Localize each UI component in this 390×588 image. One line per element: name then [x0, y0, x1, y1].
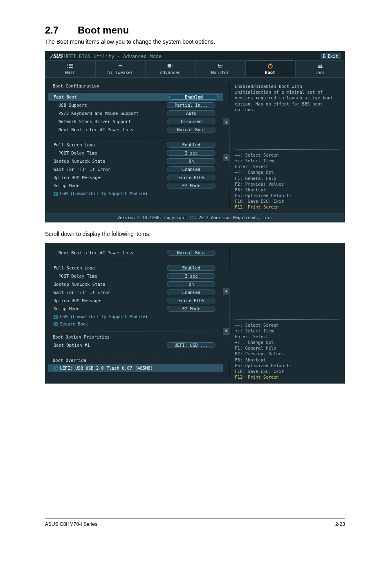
key-hint-highlight: F12: Print Screen [235, 204, 340, 210]
option-value[interactable]: 3 sec [167, 150, 215, 156]
option-label: Full Screen Logo [54, 265, 167, 270]
svg-point-0 [172, 67, 173, 67]
option-value[interactable]: Normal Boot [167, 250, 215, 256]
key-hint: F3: Shortcut [235, 357, 340, 363]
option-value[interactable]: Disabled [167, 119, 215, 124]
option-bootup-numlock-state[interactable]: Bootup NumLock StateOn [53, 157, 220, 165]
submenu-label: >UEFI: USB USB 2.0 Flash 0.07 (485MB) [54, 366, 223, 370]
option-wait-for-f1-if-error[interactable]: Wait For 'F1' If ErrorEnabled [53, 288, 220, 296]
option-value[interactable]: Enabled [167, 265, 215, 271]
divider [53, 261, 220, 261]
tab-label: Ai Tweaker [108, 70, 133, 75]
boot-priorities-heading: Boot Option Priorities [53, 334, 220, 339]
option-network-stack-driver-support[interactable]: Network Stack Driver SupportDisabled [53, 117, 220, 126]
key-hint: F3: Shortcut [235, 187, 340, 193]
option-value[interactable]: Partial In... [167, 102, 215, 108]
scroll-up-icon[interactable]: ▲ [223, 119, 229, 125]
option-post-delay-time[interactable]: POST Delay Time3 sec [53, 149, 220, 157]
key-hint: ↑↓: Select Item [235, 158, 340, 164]
divider [235, 319, 340, 320]
option-wait-for-f1-if-error[interactable]: Wait For 'F1' If ErrorEnabled [53, 165, 220, 173]
option-option-rom-messages[interactable]: Option ROM MessagesForce BIOS [53, 296, 220, 305]
section-number: 2.7 [45, 25, 78, 36]
scroll-down-icon[interactable]: ▼ [223, 328, 229, 334]
option-value[interactable]: Enabled [167, 290, 215, 295]
option-full-screen-logo[interactable]: Full Screen LogoEnabled [53, 141, 220, 149]
option-value[interactable]: Enabled [167, 166, 215, 172]
exit-label: Exit [328, 54, 338, 58]
bios-footer: Version 2.10.1208. Copyright (C) 2012 Am… [45, 213, 345, 222]
boot-override-heading: Boot Override [53, 358, 220, 363]
tab-icon [317, 63, 323, 69]
option-value[interactable]: 3 sec [167, 273, 215, 279]
help-panel: →←: Select Screen↑↓: Select ItemEnter: S… [230, 243, 345, 384]
tab-main[interactable]: Main [45, 61, 95, 77]
option-label: Full Screen Logo [54, 142, 167, 147]
exit-button[interactable]: Exit [321, 53, 341, 59]
key-hint: F5: Optimized Defaults [235, 363, 340, 368]
tab-label: Tool [315, 70, 325, 75]
option-bootup-numlock-state[interactable]: Bootup NumLock StateOn [53, 280, 220, 288]
key-hints: →←: Select Screen↑↓: Select ItemEnter: S… [235, 152, 340, 210]
option-next-boot-after-ac-power-loss[interactable]: Next Boot after AC Power LossNormal Boot [53, 249, 220, 257]
option-label: POST Delay Time [58, 274, 167, 278]
tab-icon [117, 63, 123, 69]
key-hint: +/-: Change Opt. [235, 339, 340, 345]
option-label: Next Boot after AC Power Loss [58, 127, 167, 132]
option-value[interactable]: EZ Mode [167, 183, 215, 189]
option-label: Wait For 'F1' If Error [54, 167, 167, 172]
option-usb-support[interactable]: USB SupportPartial In... [53, 101, 220, 109]
settings-list: Next Boot after AC Power LossNormal Boot… [45, 243, 223, 384]
divider [53, 332, 220, 332]
option-option-rom-messages[interactable]: Option ROM MessagesForce BIOS [53, 173, 220, 182]
tab-label: Main [65, 70, 75, 75]
key-hint-highlight: F12: Print Screen [235, 374, 340, 380]
option-value[interactable]: Force BIOS [167, 175, 215, 180]
svg-rect-2 [270, 63, 271, 66]
option-setup-mode[interactable]: Setup ModeEZ Mode [53, 305, 220, 313]
option-value[interactable]: On [167, 281, 215, 287]
option-setup-mode[interactable]: Setup ModeEZ Mode [53, 182, 220, 190]
submenu-arrow-icon: > [54, 192, 58, 196]
footer-right: 2-23 [335, 521, 345, 527]
submenu-csm-compatibility-support-module[interactable]: >CSM (Compatibility Support Module) [53, 190, 220, 197]
option-label: Bootup NumLock State [54, 282, 167, 287]
tab-monitor[interactable]: Monitor [195, 61, 245, 77]
tab-tool[interactable]: Tool [295, 61, 345, 77]
tab-icon [217, 63, 224, 69]
option-post-delay-time[interactable]: POST Delay Time3 sec [53, 272, 220, 280]
option-value[interactable]: Normal Boot [167, 127, 215, 132]
option-next-boot-after-ac-power-loss[interactable]: Next Boot after AC Power LossNormal Boot [53, 126, 220, 134]
option-label: Bootup NumLock State [54, 159, 167, 164]
option-boot-option-1[interactable]: Boot Option #1UEFI: USB ... [53, 341, 220, 349]
key-hint: Enter: Select [235, 334, 340, 339]
key-hint: →←: Select Screen [235, 322, 340, 328]
scroll-up-icon[interactable]: ▲ [223, 288, 229, 294]
divider [53, 355, 220, 355]
submenu-secure-boot[interactable]: >Secure Boot [53, 320, 220, 328]
divider [53, 138, 220, 138]
option-full-screen-logo[interactable]: Full Screen LogoEnabled [53, 264, 220, 272]
option-value[interactable]: Enabled [167, 142, 215, 148]
page-footer: ASUS C8HM70-I Series 2-23 [45, 518, 345, 527]
option-value[interactable]: EZ Mode [167, 306, 215, 312]
option-fast-boot[interactable]: Fast BootEnabled [48, 93, 223, 101]
tab-label: Boot [265, 70, 275, 75]
submenu-csm-compatibility-support-module[interactable]: >CSM (Compatibility Support Module) [53, 313, 220, 320]
tab-advanced[interactable]: Advanced [145, 61, 195, 77]
settings-list: Boot Configuration Fast BootEnabledUSB S… [45, 78, 223, 213]
option-label: PS/2 Keyboard and Mouse Support [58, 111, 167, 116]
tab-ai-tweaker[interactable]: Ai Tweaker [95, 61, 145, 77]
tab-label: Advanced [160, 70, 181, 75]
option-value[interactable]: Force BIOS [167, 298, 215, 303]
key-hint: F10: Save ESC: Exit [235, 368, 340, 374]
option-value[interactable]: Auto [167, 110, 215, 116]
scroll-down-icon[interactable]: ▼ [223, 155, 229, 161]
option-value[interactable]: UEFI: USB ... [167, 342, 215, 348]
option-ps-2-keyboard-and-mouse-support[interactable]: PS/2 Keyboard and Mouse SupportAuto [53, 109, 220, 117]
submenu-uefi-usb-usb-2-0-flash-0-07-485mb[interactable]: >UEFI: USB USB 2.0 Flash 0.07 (485MB) [48, 364, 223, 372]
option-value[interactable]: Enabled [169, 94, 218, 100]
option-value[interactable]: On [167, 158, 215, 164]
tab-boot[interactable]: Boot [245, 61, 295, 77]
option-label: Setup Mode [54, 183, 167, 188]
